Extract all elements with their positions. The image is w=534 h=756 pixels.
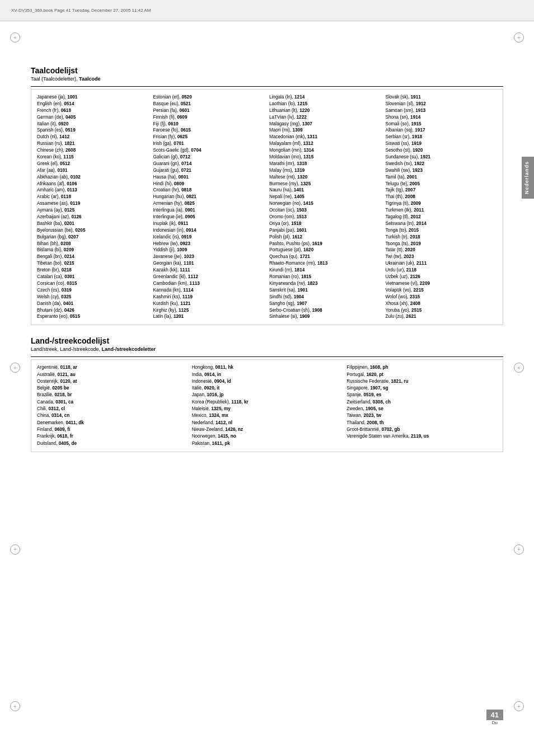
list-item: Zweden, 1905, se xyxy=(346,406,497,412)
section2-subtitle-plain: Land/streek, Land-/streekcode, xyxy=(31,346,102,352)
list-item: Fiji (fj), 0610 xyxy=(153,121,265,128)
country-col-1: Argentinië, 0118, ar Australië, 0121, au… xyxy=(35,364,190,447)
list-item: Malayalam (ml), 1312 xyxy=(269,140,381,147)
list-item: Norwegian (no), 1415 xyxy=(269,200,381,207)
corner-mark-mid2-left xyxy=(10,544,20,555)
list-item: Chinese (zh), 2608 xyxy=(37,147,149,154)
list-item: Telugu (te), 2005 xyxy=(386,181,498,187)
list-item: Croatian (hr), 0818 xyxy=(153,187,265,194)
list-item: Hindi (hi), 0809 xyxy=(153,181,265,187)
list-item: LaTVian (lv), 1222 xyxy=(269,114,381,121)
section1-subtitle-plain: Taal (Taalcodeletter), xyxy=(31,76,79,82)
list-item: Portuguese (pt), 1620 xyxy=(269,247,381,253)
list-item: German (de), 0405 xyxy=(37,114,149,121)
list-item: Irish (ga), 0701 xyxy=(153,140,265,147)
list-item: Nederland, 1412, nl xyxy=(192,420,343,426)
list-item: Somali (so), 1915 xyxy=(386,121,498,128)
list-item: Romanian (ro), 1815 xyxy=(269,274,381,280)
list-item: Tibetan (bo), 0215 xyxy=(37,260,149,267)
list-item: Bengali (bn), 0214 xyxy=(37,253,149,260)
list-item: Kurdish (ku), 1121 xyxy=(153,300,265,307)
list-item: Siswati (ss), 1919 xyxy=(386,140,498,147)
main-content: Taalcodelijst Taal (Taalcodeletter), Taa… xyxy=(31,21,503,452)
list-item: Greek (el), 0512 xyxy=(37,161,149,167)
list-item: Russische Federatie, 1821, ru xyxy=(346,378,497,385)
list-item: Korea (Republiek), 1118, kr xyxy=(192,399,343,406)
list-item: Frankrijk, 0618, fr xyxy=(37,433,188,440)
list-item: Turkish (tr), 2018 xyxy=(386,234,498,241)
list-item: Uzbek (uz), 2126 xyxy=(386,274,498,280)
list-item: Oromo (om), 1513 xyxy=(269,214,381,220)
list-item: Indonesian (in), 0914 xyxy=(153,227,265,234)
top-bar: XV-DV353_360.book Page 41 Tuesday, Decem… xyxy=(0,0,534,21)
list-item: Oriya (or), 1518 xyxy=(269,220,381,227)
page-number: 41 xyxy=(486,710,503,720)
list-item: Slovak (sk), 1911 xyxy=(386,94,498,101)
list-item: Frisian (fy), 0625 xyxy=(153,134,265,140)
list-item: Icelandic (is), 0919 xyxy=(153,234,265,241)
list-item: Zulu (zu), 2621 xyxy=(386,313,498,320)
list-item: Vietnamese (vi), 2209 xyxy=(386,280,498,287)
list-item: Sangho (sg), 1907 xyxy=(269,300,381,307)
list-item: Inupiak (ik), 0911 xyxy=(153,220,265,227)
list-item: Samoan (sm), 1913 xyxy=(386,107,498,114)
lang-col-3: Lingala (ln), 1214 Laothian (lo), 1215 L… xyxy=(267,94,383,320)
list-item: Finland, 0609, fi xyxy=(37,426,188,433)
list-item: Byelorussian (be), 0205 xyxy=(37,227,149,234)
list-item: Mexico, 1324, mx xyxy=(192,412,343,419)
list-item: Italian (it), 0920 xyxy=(37,121,149,128)
list-item: Macedonian (mk), 1311 xyxy=(269,134,381,140)
list-item: Canada, 0301, ca xyxy=(37,399,188,406)
list-item: Chili, 0312, cl xyxy=(37,406,188,412)
list-item: Interlingue (ie), 0905 xyxy=(153,214,265,220)
list-item: English (en), 0514 xyxy=(37,101,149,107)
list-item: Serbian (sr), 1918 xyxy=(386,134,498,140)
list-item: Tagalog (tl), 2012 xyxy=(386,214,498,220)
list-item: Tatar (tt), 2020 xyxy=(386,247,498,253)
corner-mark-mid2-right xyxy=(514,544,524,555)
list-item: Kirghiz (ky), 1125 xyxy=(153,307,265,314)
list-item: Sanskrit (sa), 1901 xyxy=(269,287,381,294)
list-item: Kashmiri (ks), 1119 xyxy=(153,294,265,300)
list-item: Malagasy (mg), 1307 xyxy=(269,121,381,128)
page-label: Du xyxy=(486,720,503,725)
list-item: Estonian (et), 0520 xyxy=(153,94,265,101)
list-item: Noorwegen, 1415, no xyxy=(192,433,343,440)
country-grid: Argentinië, 0118, ar Australië, 0121, au… xyxy=(31,359,503,452)
list-item: Finnish (fi), 0609 xyxy=(153,114,265,121)
list-item: Abkhazian (ab), 0102 xyxy=(37,174,149,181)
list-item: Rhaeto-Romance (rm), 1813 xyxy=(269,260,381,267)
list-item: Latin (la), 1201 xyxy=(153,313,265,320)
list-item: Shona (sn), 1914 xyxy=(386,114,498,121)
list-item: Breton (br), 0218 xyxy=(37,267,149,274)
list-item: Quechua (qu), 1721 xyxy=(269,253,381,260)
list-item: Catalan (ca), 0301 xyxy=(37,274,149,280)
list-item: Javanese (jw), 1023 xyxy=(153,253,265,260)
section2-divider xyxy=(31,356,503,357)
list-item: Afar (aa), 0101 xyxy=(37,167,149,174)
list-item: Turkmen (tk), 2011 xyxy=(386,207,498,214)
list-item: Maori (mi), 1309 xyxy=(269,127,381,134)
list-item: Bulgarian (bg), 0207 xyxy=(37,234,149,241)
list-item: Swahili (sw), 1923 xyxy=(386,167,498,174)
list-item: Sundanese (su), 1921 xyxy=(386,154,498,161)
side-tab: Nederlands xyxy=(522,157,534,199)
lang-col-2: Estonian (et), 0520 Basque (eu), 0521 Pe… xyxy=(151,94,268,320)
list-item: Amharic (am), 0113 xyxy=(37,187,149,194)
list-item: Setswana (tn), 2014 xyxy=(386,220,498,227)
lang-col-1: Japanese (ja), 1001 English (en), 0514 F… xyxy=(35,94,151,320)
list-item: Panjabi (pa), 1601 xyxy=(269,227,381,234)
corner-mark-mid-left xyxy=(10,363,20,373)
section1-divider xyxy=(31,86,503,87)
list-item: Esperanto (eo), 0515 xyxy=(37,313,149,320)
list-item: French (fr), 0618 xyxy=(37,107,149,114)
list-item: Slovenian (sl), 1912 xyxy=(386,101,498,107)
list-item: Korean (ko), 1115 xyxy=(37,154,149,161)
list-item: Malay (ms), 1319 xyxy=(269,167,381,174)
list-item: Sesotho (st), 1920 xyxy=(386,147,498,154)
list-item: Mongolian (mn), 1314 xyxy=(269,147,381,154)
section2-subtitle: Land/streek, Land-/streekcode, Land-/str… xyxy=(31,346,503,352)
list-item: Kirundi (rn), 1814 xyxy=(269,267,381,274)
list-item: Groot-Brittannië, 0702, gb xyxy=(346,426,497,433)
list-item: Occitan (oc), 1503 xyxy=(269,207,381,214)
